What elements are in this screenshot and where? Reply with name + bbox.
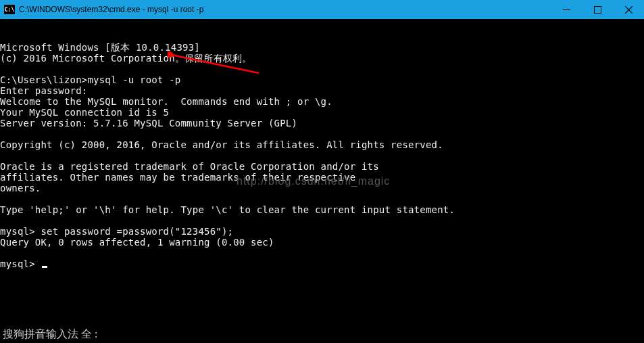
window-titlebar: C:\ C:\WINDOWS\system32\cmd.exe - mysql …	[0, 0, 644, 19]
terminal-line: Microsoft Windows [版本 10.0.14393]	[0, 42, 644, 53]
minimize-icon	[563, 9, 570, 10]
window-title: C:\WINDOWS\system32\cmd.exe - mysql -u r…	[19, 5, 551, 14]
svg-rect-1	[594, 6, 601, 13]
minimize-button[interactable]	[551, 0, 582, 19]
terminal-output[interactable]: Microsoft Windows [版本 10.0.14393](c) 201…	[0, 19, 644, 343]
terminal-line	[0, 193, 644, 204]
maximize-button[interactable]	[582, 0, 613, 19]
terminal-line: (c) 2016 Microsoft Corporation。保留所有权利。	[0, 53, 644, 64]
terminal-line: Oracle is a registered trademark of Orac…	[0, 161, 644, 172]
ime-status-bar: 搜狗拼音输入法 全 :	[0, 326, 100, 343]
cmd-icon: C:\	[4, 5, 15, 14]
close-button[interactable]	[613, 0, 644, 19]
terminal-line	[0, 129, 644, 139]
terminal-line: Welcome to the MySQL monitor. Commands e…	[0, 96, 644, 107]
terminal-cursor	[42, 266, 47, 268]
terminal-line: mysql> set password =password("123456");	[0, 226, 644, 237]
terminal-line: Type 'help;' or '\h' for help. Type '\c'…	[0, 204, 644, 215]
terminal-line	[0, 150, 644, 161]
terminal-line: Your MySQL connection id is 5	[0, 107, 644, 118]
terminal-line: mysql>	[0, 258, 644, 269]
terminal-line: C:\Users\lizon>mysql -u root -p	[0, 74, 644, 85]
terminal-line: Copyright (c) 2000, 2016, Oracle and/or …	[0, 139, 644, 150]
cmd-icon-label: C:\	[5, 7, 14, 13]
terminal-line: Enter password:	[0, 85, 644, 96]
svg-rect-0	[563, 9, 570, 10]
terminal-line	[0, 248, 644, 258]
terminal-line: Query OK, 0 rows affected, 1 warning (0.…	[0, 237, 644, 248]
close-icon	[625, 6, 633, 14]
window-buttons	[551, 0, 644, 19]
watermark-text: http://blog.csdn.net/li_magic	[237, 176, 390, 187]
terminal-line	[0, 215, 644, 226]
terminal-line	[0, 64, 644, 74]
terminal-line: Server version: 5.7.16 MySQL Community S…	[0, 118, 644, 129]
maximize-icon	[594, 6, 601, 14]
